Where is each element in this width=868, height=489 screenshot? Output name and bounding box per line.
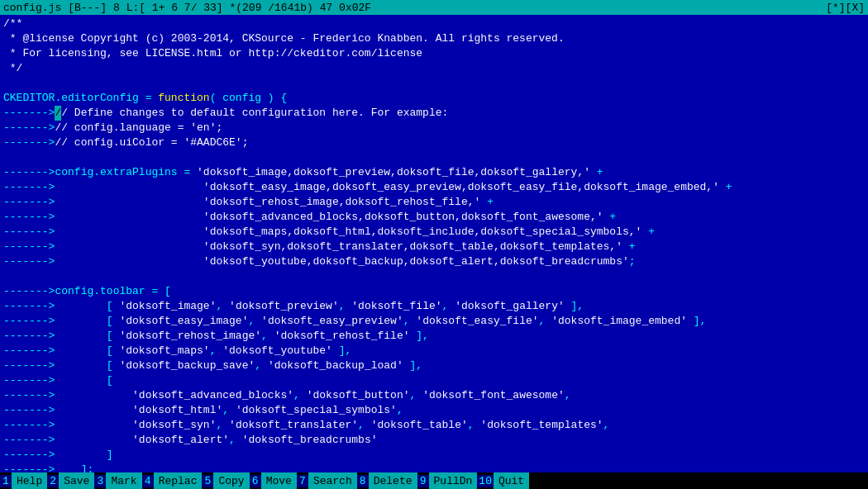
code-line: -------> [ 'doksoft_maps', 'doksoft_yout… (0, 344, 868, 358)
code-line: -------> [ 'doksoft_image', 'doksoft_pre… (0, 299, 868, 314)
code-line: ------->config.extraPlugins = 'doksoft_i… (0, 165, 868, 180)
code-line: -------> [ (0, 373, 868, 388)
key-num-4: 4 (142, 475, 154, 487)
code-line: ------->// config.uiColor = '#AADC6E'; (0, 135, 868, 150)
key-5[interactable]: 5 Copy (202, 472, 249, 489)
key-num-7: 7 (297, 475, 308, 487)
key-num-2: 2 (47, 475, 59, 487)
code-line: -------> [ 'doksoft_backup_save', 'dokso… (0, 358, 868, 373)
code-line: -------> 'doksoft_syn,doksoft_translater… (0, 240, 868, 254)
code-line: * For licensing, see LICENSE.html or htt… (0, 46, 868, 61)
code-line: -------> 'doksoft_syn', 'doksoft_transla… (0, 418, 868, 433)
code-area[interactable]: /** * @license Copyright (c) 2003-2014, … (0, 15, 868, 472)
key-num-6: 6 (250, 475, 261, 487)
bottom-bar: 1 Help 2 Save 3 Mark 4 Replac 5 Copy 6 M… (0, 472, 868, 489)
code-line (0, 150, 868, 165)
key-label-search: Search (308, 472, 357, 489)
code-line: -------> 'doksoft_youtube,doksoft_backup… (0, 254, 868, 269)
key-label-replac: Replac (154, 472, 203, 489)
code-line: -------> 'doksoft_easy_image,doksoft_eas… (0, 180, 868, 195)
code-line: -------> [ 'doksoft_rehost_image', 'doks… (0, 329, 868, 344)
code-line: ------->// Define changes to default con… (0, 106, 868, 121)
key-num-1: 1 (0, 475, 12, 487)
key-num-9: 9 (417, 475, 429, 487)
key-label-delete: Delete (369, 472, 417, 489)
code-line: ------->// config.language = 'en'; (0, 121, 868, 135)
key-9[interactable]: 9 PullDn (417, 472, 478, 489)
key-8[interactable]: 8 Delete (357, 472, 417, 489)
status-right: [*][X] (826, 2, 865, 14)
code-line (0, 76, 868, 91)
editor-container: config.js [B---] 8 L:[ 1+ 6 7/ 33] *(209… (0, 0, 868, 489)
code-line: /** (0, 17, 868, 31)
key-label-copy: Copy (213, 472, 249, 489)
key-num-3: 3 (94, 475, 106, 487)
key-10[interactable]: 10 Quit (477, 472, 529, 489)
key-7[interactable]: 7 Search (297, 472, 357, 489)
key-label-mark: Mark (106, 472, 141, 489)
code-line: -------> 'doksoft_advanced_blocks,doksof… (0, 210, 868, 225)
code-line: */ (0, 61, 868, 76)
status-left: config.js [B---] 8 L:[ 1+ 6 7/ 33] *(209… (3, 2, 371, 14)
key-label-pulldn: PullDn (429, 472, 478, 489)
line-info: 8 L:[ 1+ 6 7/ 33] *(209 /1641b) 47 0x02F (113, 2, 371, 14)
code-line: -------> 'doksoft_html', 'doksoft_specia… (0, 403, 868, 418)
key-num-5: 5 (202, 475, 213, 487)
key-label-save: Save (59, 472, 94, 489)
code-line: -------> [ 'doksoft_easy_image', 'doksof… (0, 314, 868, 329)
buffer-status: [B---] (68, 2, 107, 14)
key-label-quit: Quit (494, 472, 529, 489)
code-line: CKEDITOR.editorConfig = function( config… (0, 91, 868, 106)
code-line: ------->config.toolbar = [ (0, 284, 868, 299)
code-line: -------> ]; (0, 463, 868, 472)
filename: config.js (3, 2, 61, 14)
code-line: -------> ] (0, 448, 868, 463)
code-line: * @license Copyright (c) 2003-2014, CKSo… (0, 31, 868, 46)
code-line (0, 269, 868, 284)
key-4[interactable]: 4 Replac (142, 472, 203, 489)
key-label-move: Move (261, 472, 297, 489)
code-line: -------> 'doksoft_alert', 'doksoft_bread… (0, 433, 868, 448)
key-3[interactable]: 3 Mark (94, 472, 141, 489)
key-1[interactable]: 1 Help (0, 472, 47, 489)
code-line: -------> 'doksoft_advanced_blocks', 'dok… (0, 388, 868, 403)
status-bar: config.js [B---] 8 L:[ 1+ 6 7/ 33] *(209… (0, 0, 868, 15)
key-label-help: Help (12, 472, 47, 489)
key-num-8: 8 (357, 475, 369, 487)
key-2[interactable]: 2 Save (47, 472, 94, 489)
code-line: -------> 'doksoft_maps,doksoft_html,doks… (0, 225, 868, 240)
key-num-10: 10 (477, 475, 494, 487)
code-line: -------> 'doksoft_rehost_image,doksoft_r… (0, 195, 868, 210)
key-6[interactable]: 6 Move (250, 472, 297, 489)
